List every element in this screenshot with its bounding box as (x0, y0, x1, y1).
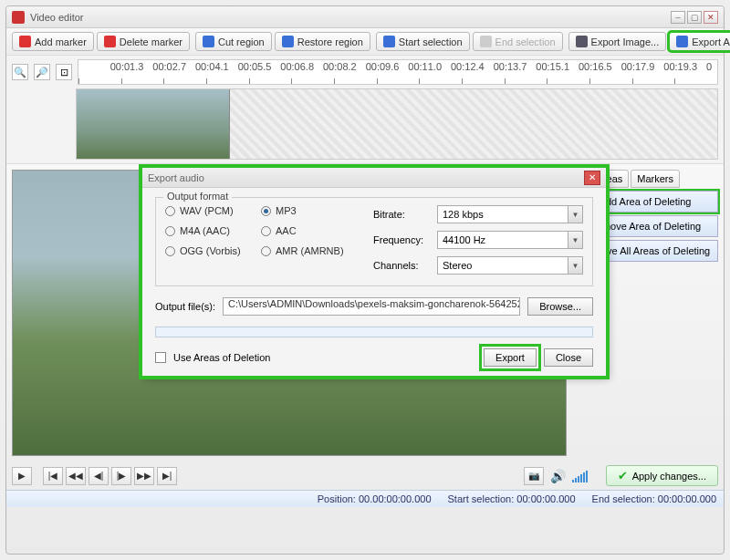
bitrate-label: Bitrate: (373, 209, 432, 220)
dialog-titlebar: Export audio ✕ (142, 168, 606, 188)
export-progress (155, 327, 593, 337)
start-sel-icon (383, 36, 395, 47)
output-file-label: Output file(s): (155, 301, 215, 312)
use-areas-checkbox[interactable] (155, 352, 166, 363)
close-window-button[interactable]: ✕ (704, 11, 718, 24)
apply-changes-button[interactable]: ✔Apply changes... (606, 465, 718, 486)
channels-label: Channels: (373, 260, 432, 271)
restore-icon (282, 36, 294, 47)
frequency-select[interactable]: 44100 Hz▼ (437, 231, 583, 249)
zoom-in-button[interactable]: 🔍 (12, 64, 28, 80)
format-mp3-radio[interactable]: MP3 (261, 205, 357, 216)
chevron-down-icon: ▼ (568, 232, 582, 248)
check-icon: ✔ (618, 469, 628, 482)
titlebar: Video editor – ▢ ✕ (6, 6, 724, 28)
window-title: Video editor (30, 12, 84, 23)
maximize-button[interactable]: ▢ (687, 11, 702, 24)
snapshot-button[interactable]: 📷 (524, 467, 544, 485)
export-audio-dialog: Export audio ✕ Output format WAV (PCM) M… (141, 167, 607, 377)
step-back-button[interactable]: ◀| (89, 467, 109, 485)
cut-region-button[interactable]: Cut region (195, 32, 272, 51)
output-format-label: Output format (163, 191, 232, 202)
zoom-fit-button[interactable]: ⊡ (56, 64, 72, 80)
go-end-button[interactable]: ▶| (157, 467, 177, 485)
output-file-field[interactable]: C:\Users\ADMIN\Downloads\pexels-maksim-g… (223, 297, 520, 316)
use-areas-label: Use Areas of Deletion (173, 352, 270, 363)
export-audio-button[interactable]: Export Audio... (669, 32, 730, 51)
delete-marker-button[interactable]: Delete marker (97, 32, 190, 51)
export-button[interactable]: Export (484, 348, 537, 367)
browse-button[interactable]: Browse... (527, 297, 593, 316)
go-start-button[interactable]: |◀ (43, 467, 63, 485)
chevron-down-icon: ▼ (568, 257, 582, 274)
step-fwd-button[interactable]: |▶ (111, 467, 131, 485)
clip-thumbnail[interactable] (77, 89, 230, 159)
close-button[interactable]: Close (544, 348, 593, 367)
channels-select[interactable]: Stereo▼ (437, 256, 583, 275)
marker-delete-icon (104, 36, 116, 47)
output-format-group: Output format WAV (PCM) M4A (AAC) OGG (V… (155, 197, 593, 286)
dialog-title: Export audio (148, 172, 204, 183)
export-image-button[interactable]: Export Image... (568, 32, 667, 51)
dialog-close-button[interactable]: ✕ (584, 171, 600, 185)
format-ogg-radio[interactable]: OGG (Vorbis) (165, 245, 261, 256)
minimize-button[interactable]: – (671, 11, 685, 24)
playback-controls: ▶ |◀ ◀◀ ◀| |▶ ▶▶ ▶| 📷 🔊 ✔Apply changes..… (6, 461, 724, 490)
marker-add-icon (19, 36, 31, 47)
audio-export-icon (676, 36, 688, 47)
play-button[interactable]: ▶ (12, 467, 32, 485)
end-selection-button: End selection (473, 32, 563, 51)
main-toolbar: Add marker Delete marker Cut region Rest… (6, 28, 724, 56)
zoom-out-button[interactable]: 🔎 (34, 64, 50, 80)
status-position: Position: 00.00:00:00.000 (318, 493, 432, 504)
time-ruler[interactable]: .000:01.300:02.700:04.100:05.500:06.800:… (78, 59, 718, 85)
chevron-down-icon: ▼ (568, 206, 582, 223)
format-amr-radio[interactable]: AMR (AMRNB) (261, 245, 357, 256)
format-m4a-radio[interactable]: M4A (AAC) (165, 225, 261, 236)
tab-markers[interactable]: Markers (631, 170, 680, 188)
cut-icon (203, 36, 214, 47)
fast-fwd-button[interactable]: ▶▶ (134, 467, 154, 485)
speaker-icon[interactable]: 🔊 (550, 469, 566, 483)
video-track[interactable] (76, 88, 718, 160)
frequency-label: Frequency: (373, 234, 432, 245)
restore-region-button[interactable]: Restore region (275, 32, 370, 51)
status-bar: Position: 00.00:00:00.000 Start selectio… (6, 490, 724, 507)
add-marker-button[interactable]: Add marker (12, 32, 94, 51)
video-editor-window: Video editor – ▢ ✕ Add marker Delete mar… (5, 5, 725, 555)
status-start-sel: Start selection: 00:00:00.000 (448, 493, 576, 504)
format-wav-radio[interactable]: WAV (PCM) (165, 205, 261, 216)
start-selection-button[interactable]: Start selection (376, 32, 470, 51)
timeline-panel: 🔍 🔎 ⊡ .000:01.300:02.700:04.100:05.500:0… (6, 56, 724, 164)
rewind-button[interactable]: ◀◀ (66, 467, 86, 485)
app-icon (12, 11, 25, 24)
end-sel-icon (480, 36, 492, 47)
image-export-icon (576, 36, 588, 47)
volume-slider[interactable] (572, 470, 588, 482)
status-end-sel: End selection: 00:00:00.000 (592, 493, 716, 504)
format-aac-radio[interactable]: AAC (261, 225, 357, 236)
bitrate-select[interactable]: 128 kbps▼ (437, 205, 583, 223)
